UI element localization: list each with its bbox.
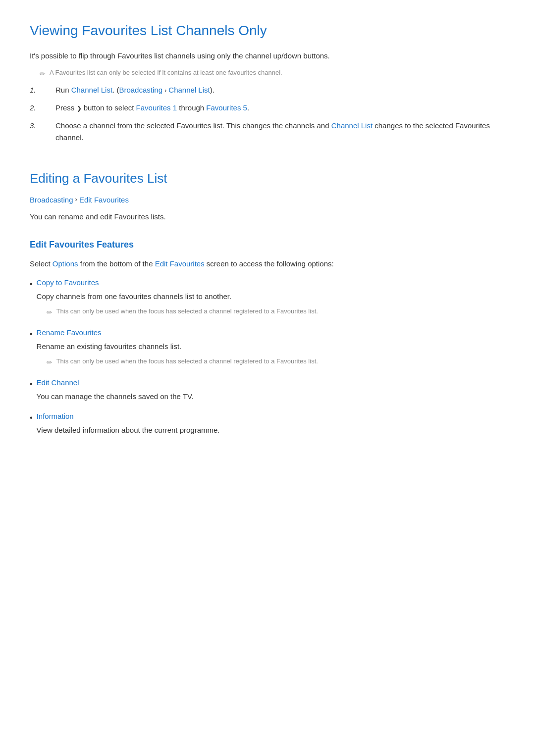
section2-title: Editing a Favourites List (30, 168, 505, 189)
section2-desc: You can rename and edit Favourites lists… (30, 211, 505, 223)
information-desc: View detailed information about the curr… (37, 424, 505, 436)
pencil-icon-3: ✏ (47, 357, 53, 368)
section1-note: ✏ A Favourites list can only be selected… (40, 68, 505, 79)
broadcasting-link-2[interactable]: Broadcasting (30, 194, 73, 206)
subsection-title: Edit Favourites Features (30, 238, 505, 252)
features-container: • Copy to Favourites Copy channels from … (30, 277, 505, 440)
step-2: Press ❯ button to select Favourites 1 th… (30, 102, 505, 114)
edit-channel-title: Edit Channel (37, 377, 505, 389)
section1-note-text: A Favourites list can only be selected i… (50, 68, 282, 78)
breadcrumb-sep: › (75, 195, 77, 205)
channel-list-link-2[interactable]: Channel List (168, 86, 210, 94)
subsection-intro: Select Options from the bottom of the Ed… (30, 258, 505, 270)
copy-to-favourites-title: Copy to Favourites (37, 277, 505, 289)
bullet-icon-3: • (30, 378, 33, 391)
channel-list-link-3[interactable]: Channel List (331, 121, 373, 130)
feature-rename-content: Rename Favourites Rename an existing fav… (37, 327, 505, 372)
step-3-content: Choose a channel from the selected Favou… (55, 120, 505, 144)
feature-copy-to-favourites: • Copy to Favourites Copy channels from … (30, 277, 505, 322)
rename-favourites-title: Rename Favourites (37, 327, 505, 339)
bullet-icon-2: • (30, 328, 33, 341)
section-editing-favourites: Editing a Favourites List Broadcasting ›… (30, 168, 505, 439)
feature-edit-channel: • Edit Channel You can manage the channe… (30, 377, 505, 405)
section1-title: Viewing Favourites List Channels Only (30, 20, 505, 42)
copy-to-favourites-note: ✏ This can only be used when the focus h… (47, 306, 505, 318)
section-viewing-favourites: Viewing Favourites List Channels Only It… (30, 20, 505, 144)
step-1: Run Channel List. (Broadcasting › Channe… (30, 84, 505, 96)
step-2-content: Press ❯ button to select Favourites 1 th… (55, 102, 505, 114)
bullet-icon-4: • (30, 411, 33, 424)
rename-favourites-note: ✏ This can only be used when the focus h… (47, 356, 505, 368)
pencil-icon: ✏ (40, 68, 46, 79)
rename-favourites-desc: Rename an existing favourites channels l… (37, 341, 505, 353)
feature-information-content: Information View detailed information ab… (37, 410, 505, 439)
section1-intro: It's possible to flip through Favourites… (30, 50, 505, 62)
feature-edit-channel-content: Edit Channel You can manage the channels… (37, 377, 505, 405)
edit-favourites-link-1[interactable]: Edit Favourites (79, 194, 129, 206)
information-title: Information (37, 410, 505, 422)
broadcasting-link-1[interactable]: Broadcasting (119, 86, 162, 94)
feature-information: • Information View detailed information … (30, 410, 505, 439)
edit-favourites-link-2[interactable]: Edit Favourites (155, 259, 205, 268)
feature-copy-content: Copy to Favourites Copy channels from on… (37, 277, 505, 322)
step-1-content: Run Channel List. (Broadcasting › Channe… (55, 84, 505, 96)
channel-list-link-1[interactable]: Channel List (71, 86, 112, 94)
edit-channel-desc: You can manage the channels saved on the… (37, 391, 505, 403)
step-3: Choose a channel from the selected Favou… (30, 120, 505, 144)
steps-list: Run Channel List. (Broadcasting › Channe… (30, 84, 505, 144)
copy-to-favourites-note-text: This can only be used when the focus has… (56, 306, 318, 317)
bullet-icon-1: • (30, 278, 33, 291)
feature-rename-favourites: • Rename Favourites Rename an existing f… (30, 327, 505, 372)
pencil-icon-2: ✏ (47, 307, 53, 318)
chevron-icon: ❯ (77, 105, 82, 112)
rename-favourites-note-text: This can only be used when the focus has… (56, 356, 318, 367)
breadcrumb-chevron-1: › (164, 87, 166, 94)
favourites1-link[interactable]: Favourites 1 (136, 103, 177, 112)
options-link[interactable]: Options (53, 259, 78, 268)
copy-to-favourites-desc: Copy channels from one favourites channe… (37, 291, 505, 302)
section2-breadcrumb: Broadcasting › Edit Favourites (30, 194, 505, 206)
favourites5-link[interactable]: Favourites 5 (206, 103, 247, 112)
